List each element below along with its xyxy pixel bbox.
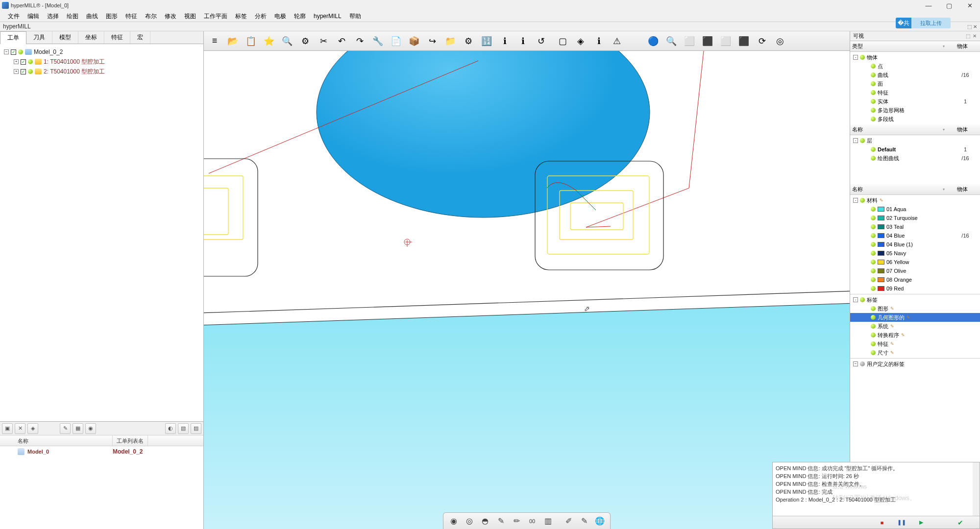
toolbar-button[interactable]: 🔍 <box>278 32 296 50</box>
toolbar-button[interactable]: 📄 <box>387 32 405 50</box>
tree-row[interactable]: 多边形网格 <box>850 106 980 115</box>
toolbar-button[interactable]: ↷ <box>351 32 368 50</box>
stop-button[interactable]: ■ <box>875 518 889 528</box>
view-button[interactable]: ✏ <box>509 514 524 528</box>
tree-row[interactable]: 几何图形的✎ <box>850 313 980 322</box>
bulb-icon[interactable] <box>871 260 876 264</box>
tree-row[interactable]: -层 <box>850 136 980 145</box>
menu-item[interactable]: 文件 <box>4 11 24 22</box>
pencil-icon[interactable]: ✎ <box>901 333 906 337</box>
collapse-icon[interactable]: − <box>853 361 858 366</box>
checkbox-icon[interactable] <box>21 59 26 65</box>
toolbar-button[interactable]: 📂 <box>224 32 242 50</box>
globe-button[interactable]: 🌐 <box>592 514 607 528</box>
tree-row[interactable]: 转换程序✎ <box>850 331 980 339</box>
bulb-icon[interactable] <box>871 90 876 95</box>
toolbar-button[interactable]: ↶ <box>333 32 350 50</box>
tree-row[interactable]: 04 Blue/16 <box>850 231 980 240</box>
tree-row[interactable]: 面 <box>850 79 980 88</box>
share-pill[interactable]: �共 拉取上传 <box>896 18 951 28</box>
toolbar-button[interactable]: ⚙ <box>296 32 314 50</box>
pause-button[interactable]: ❚❚ <box>894 518 909 528</box>
bulb-icon[interactable] <box>860 297 865 302</box>
bulb-icon[interactable] <box>871 108 876 113</box>
layer-tree[interactable]: -层Default1绘图曲线/16 <box>850 135 980 184</box>
tool-button[interactable]: ✎ <box>60 423 71 434</box>
tree-row[interactable]: 08 Orange <box>850 275 980 284</box>
collapse-icon[interactable]: - <box>853 138 858 143</box>
section-head-type[interactable]: 类型▾ 物体 <box>850 41 980 52</box>
tree-row[interactable]: 05 Navy <box>850 249 980 258</box>
dim-button[interactable]: 00 <box>525 514 539 528</box>
panel-controls[interactable]: ⬚ ✕ <box>966 33 977 39</box>
tool-button[interactable]: ◈ <box>27 423 38 434</box>
checkbox-icon[interactable] <box>21 69 26 74</box>
section-head-material[interactable]: 名称▾ 物体 <box>850 184 980 195</box>
joblist-tree[interactable]: − Model_0_2 + 1: T50401000 型腔加工 + 2: T50… <box>0 44 203 421</box>
tree-row[interactable]: 绘图曲线/16 <box>850 154 980 163</box>
bulb-icon[interactable] <box>871 147 876 152</box>
toolbar-button[interactable]: ◎ <box>771 32 789 50</box>
tree-row[interactable]: 曲线/16 <box>850 71 980 79</box>
pencil-icon[interactable]: ✎ <box>890 306 895 311</box>
bulb-icon[interactable] <box>860 55 865 60</box>
left-tab[interactable]: 模型 <box>52 31 78 44</box>
close-button[interactable]: ✕ <box>959 0 980 11</box>
tool-button[interactable]: ▧ <box>178 423 189 434</box>
bulb-icon[interactable] <box>871 117 876 121</box>
toolbar-button[interactable]: 📋 <box>242 32 260 50</box>
menu-item[interactable]: 轮廓 <box>290 11 310 22</box>
tool-button[interactable]: ▦ <box>73 423 83 434</box>
view-button[interactable]: ◓ <box>478 514 492 528</box>
toolbar-button[interactable]: ⬛ <box>735 32 753 50</box>
share-icon[interactable]: �共 <box>896 18 911 28</box>
bulb-icon[interactable] <box>871 324 876 329</box>
collapse-icon[interactable]: - <box>853 198 858 203</box>
play-button[interactable]: ▶ <box>914 518 929 528</box>
bulb-icon[interactable] <box>871 341 876 346</box>
pencil-icon[interactable]: ✎ <box>890 324 895 329</box>
view-button[interactable]: ✎ <box>577 514 591 528</box>
toolbar-button[interactable]: ⬜ <box>717 32 735 50</box>
toolbar-button[interactable]: 🔢 <box>478 32 495 50</box>
bulb-icon[interactable] <box>860 138 865 143</box>
tree-row[interactable]: -材料✎ <box>850 196 980 205</box>
menu-item[interactable]: 工作平面 <box>200 11 231 22</box>
tag-tree[interactable]: -标签图形✎几何图形的✎系统✎转换程序✎特征✎尺寸✎ <box>850 294 980 358</box>
section-head-name[interactable]: 名称▾ 物体 <box>850 124 980 135</box>
bulb-icon[interactable] <box>871 81 876 86</box>
tree-row[interactable]: 04 Blue (1) <box>850 240 980 249</box>
toolbar-button[interactable]: 🔍 <box>662 32 680 50</box>
menu-item[interactable]: 修改 <box>161 11 180 22</box>
th-listname[interactable]: 工单列表名 <box>113 435 148 446</box>
toolbar-button[interactable]: ↪ <box>423 32 441 50</box>
bulb-icon[interactable] <box>871 233 876 238</box>
toolbar-button[interactable] <box>626 32 644 50</box>
bulb-icon[interactable] <box>871 216 876 220</box>
pencil-icon[interactable]: ✎ <box>890 350 895 355</box>
th-name[interactable]: 名称 <box>0 435 113 446</box>
tree-row[interactable]: 01 Aqua <box>850 205 980 214</box>
bulb-icon[interactable] <box>860 198 865 203</box>
toolbar-button[interactable]: ▢ <box>554 32 571 50</box>
menu-item[interactable]: 布尔 <box>141 11 161 22</box>
scrollbar[interactable] <box>973 462 980 516</box>
bulb-icon[interactable] <box>871 224 876 229</box>
bulb-icon[interactable] <box>871 207 876 212</box>
menu-item[interactable]: 选择 <box>43 11 63 22</box>
left-tab[interactable]: 工单 <box>0 31 26 44</box>
tree-row[interactable]: 特征 <box>850 88 980 97</box>
bulb-icon[interactable] <box>871 99 876 104</box>
toolbar-button[interactable]: 📁 <box>441 32 459 50</box>
toolbar-button[interactable]: 🔵 <box>644 32 662 50</box>
maximize-button[interactable]: ▢ <box>939 0 959 11</box>
menu-item[interactable]: 编辑 <box>24 11 43 22</box>
collapse-icon[interactable]: − <box>4 49 9 54</box>
bulb-icon[interactable] <box>871 251 876 256</box>
expand-icon[interactable]: + <box>14 59 19 64</box>
tree-row[interactable]: 系统✎ <box>850 322 980 331</box>
bulb-icon[interactable] <box>871 72 876 77</box>
bulb-icon[interactable] <box>871 268 876 273</box>
tree-item[interactable]: + 2: T50401000 型腔加工 <box>2 67 201 76</box>
bulb-icon[interactable] <box>871 156 876 161</box>
